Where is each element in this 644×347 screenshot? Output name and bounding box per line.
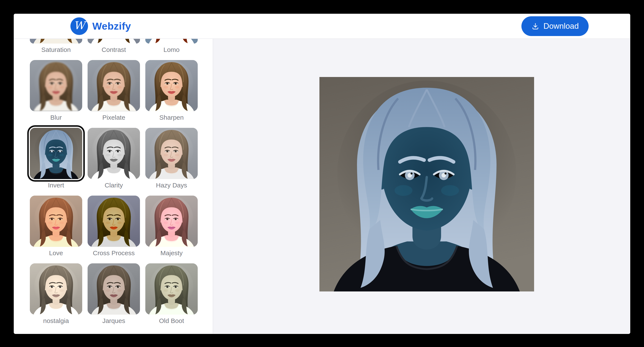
brand: W Webzify <box>70 17 131 35</box>
filter-label: Lomo <box>145 46 198 53</box>
preview-image <box>320 77 534 292</box>
filter-item-blur: Blur <box>30 60 82 121</box>
filter-label: Old Boot <box>145 317 198 325</box>
portrait-thumbnail-image <box>30 196 82 247</box>
portrait-thumbnail-image <box>88 60 140 111</box>
filter-item-sharpen: Sharpen <box>145 60 198 121</box>
portrait-thumbnail-image <box>88 196 140 247</box>
download-icon <box>531 22 540 30</box>
filter-thumbnail-lomo[interactable] <box>145 39 198 43</box>
filter-thumbnail-pixelate[interactable] <box>88 60 140 111</box>
portrait-thumbnail-image <box>88 263 140 315</box>
filter-thumbnail-blur[interactable] <box>30 60 82 111</box>
filter-label: Sharpen <box>145 114 198 121</box>
filter-label: Cross Process <box>88 249 140 257</box>
filter-item-contrast: Contrast <box>88 39 140 53</box>
filter-item-pixelate: Pixelate <box>88 60 140 121</box>
portrait-thumbnail-image <box>30 60 82 111</box>
portrait-thumbnail-image <box>30 263 82 315</box>
filter-item-invert: Invert <box>30 128 82 189</box>
filter-label: Invert <box>30 182 82 189</box>
brand-logo-icon: W <box>70 17 88 35</box>
filter-thumbnail-old-boot[interactable] <box>145 263 198 315</box>
portrait-thumbnail-image <box>30 128 82 179</box>
filter-item-old-boot: Old Boot <box>145 263 198 325</box>
filter-thumbnail-clarity[interactable] <box>88 128 140 179</box>
filter-item-cross-process: Cross Process <box>88 196 140 257</box>
filter-item-nostalgia: nostalgia <box>30 263 82 325</box>
filter-label: Majesty <box>145 249 198 257</box>
filter-item-clarity: Clarity <box>88 128 140 189</box>
filter-label: nostalgia <box>30 317 82 325</box>
filter-thumbnail-contrast[interactable] <box>88 39 140 43</box>
filter-label: Jarques <box>88 317 140 325</box>
filter-thumbnail-jarques[interactable] <box>88 263 140 315</box>
filter-label: Saturation <box>30 46 82 53</box>
filter-thumbnail-hazy-days[interactable] <box>145 128 198 179</box>
preview-pane <box>213 39 630 334</box>
filter-thumbnail-invert[interactable] <box>30 128 82 179</box>
filters-sidebar: Saturation Contrast Lomo Blur Pixelate <box>14 39 213 334</box>
filter-item-jarques: Jarques <box>88 263 140 325</box>
portrait-thumbnail-image <box>145 263 198 315</box>
filter-label: Blur <box>30 114 82 121</box>
portrait-thumbnail-image <box>145 128 198 179</box>
filter-item-lomo: Lomo <box>145 39 198 53</box>
filter-label: Clarity <box>88 182 140 189</box>
filter-label: Love <box>30 249 82 257</box>
download-button-label: Download <box>543 22 579 31</box>
filter-thumbnail-sharpen[interactable] <box>145 60 198 111</box>
portrait-thumbnail-image <box>145 60 198 111</box>
app-header: W Webzify Download <box>14 14 630 39</box>
filter-thumbnail-saturation[interactable] <box>30 39 82 43</box>
filter-label: Pixelate <box>88 114 140 121</box>
brand-name: Webzify <box>92 20 131 32</box>
preview-portrait <box>320 77 534 292</box>
portrait-thumbnail-image <box>30 39 82 43</box>
filter-label: Hazy Days <box>145 182 198 189</box>
portrait-thumbnail-image <box>88 39 140 43</box>
filter-item-majesty: Majesty <box>145 196 198 257</box>
app-window: W Webzify Download Saturation Contrast <box>14 14 630 334</box>
app-body: Saturation Contrast Lomo Blur Pixelate <box>14 39 630 334</box>
portrait-thumbnail-image <box>145 39 198 43</box>
filter-thumbnail-love[interactable] <box>30 196 82 247</box>
portrait-thumbnail-image <box>88 128 140 179</box>
filter-item-saturation: Saturation <box>30 39 82 53</box>
filter-thumbnail-nostalgia[interactable] <box>30 263 82 315</box>
filter-item-love: Love <box>30 196 82 257</box>
filter-item-hazy-days: Hazy Days <box>145 128 198 189</box>
filter-thumbnail-cross-process[interactable] <box>88 196 140 247</box>
filter-thumbnail-majesty[interactable] <box>145 196 198 247</box>
filter-label: Contrast <box>88 46 140 53</box>
filters-grid: Saturation Contrast Lomo Blur Pixelate <box>30 39 198 325</box>
download-button[interactable]: Download <box>522 16 588 36</box>
portrait-thumbnail-image <box>145 196 198 247</box>
